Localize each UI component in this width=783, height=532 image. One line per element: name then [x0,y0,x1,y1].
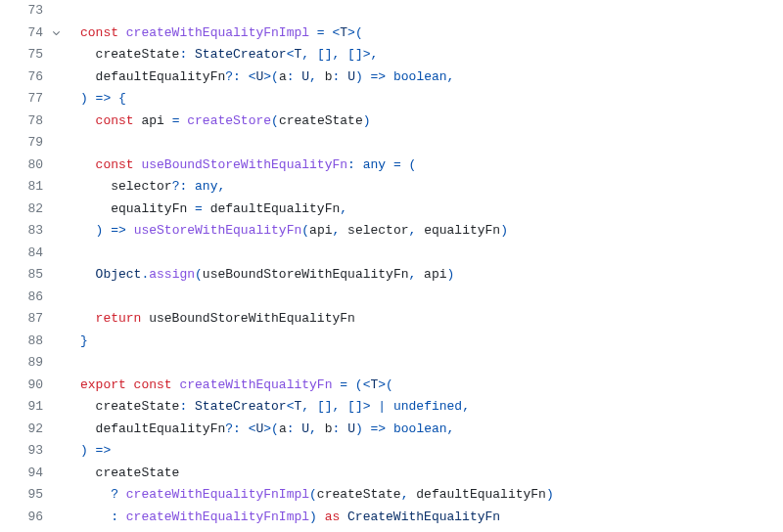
code-line[interactable]: 94 createState [0,463,783,485]
token-op: ?: < [225,421,255,436]
token-fn: assign [149,267,195,282]
token-op: = [164,113,187,128]
token-id: createState [279,113,363,128]
code-line[interactable]: 78 const api = createStore(createState) [0,111,783,133]
token-kw: export [80,377,134,392]
gutter: 86 [0,287,70,309]
code-content[interactable]: export const createWithEqualityFn = (<T>… [70,375,393,397]
token-id: api [424,267,446,282]
gutter: 87 [0,308,70,331]
code-content[interactable]: const api = createStore(createState) [70,111,371,133]
code-line[interactable]: 77) => { [0,88,783,111]
code-content[interactable]: ) => [70,440,111,463]
line-number: 74 [20,22,43,45]
token-id [80,201,111,216]
token-op: ) [546,487,554,502]
token-op: ?: [172,179,195,194]
gutter: 77 [0,88,70,111]
token-id [80,466,96,480]
code-line[interactable]: 84 [0,243,783,265]
token-id [80,311,96,326]
gutter: 91 [0,396,70,419]
token-op: : [287,421,302,436]
code-content[interactable]: defaultEqualityFn?: <U>(a: U, b: U) => b… [70,66,454,89]
code-editor[interactable]: 7374const createWithEqualityFnImpl = <T>… [0,0,783,528]
token-id: createState [96,466,180,480]
token-id [80,179,111,194]
token-op: ) [355,69,371,84]
code-line[interactable]: 73 [0,0,783,22]
token-id: equalityFn [424,223,500,238]
code-line[interactable]: 82 equalityFn = defaultEqualityFn, [0,199,783,221]
code-content[interactable]: ) => { [70,88,126,111]
token-op: , [309,69,325,84]
token-id [80,267,96,282]
code-line[interactable]: 93) => [0,440,783,463]
code-content[interactable]: return useBoundStoreWithEqualityFn [70,308,355,331]
code-content[interactable]: : createWithEqualityFnImpl) as CreateWit… [70,507,500,529]
code-content[interactable]: Object.assign(useBoundStoreWithEqualityF… [70,264,454,287]
code-line[interactable]: 88} [0,331,783,353]
token-kw: const [96,157,142,172]
code-line[interactable]: 83 ) => useStoreWithEqualityFn(api, sele… [0,220,783,243]
line-number: 86 [20,287,43,309]
code-content[interactable]: const useBoundStoreWithEqualityFn: any =… [70,155,416,177]
code-line[interactable]: 81 selector?: any, [0,176,783,199]
code-line[interactable]: 87 return useBoundStoreWithEqualityFn [0,308,783,331]
code-line[interactable]: 80 const useBoundStoreWithEqualityFn: an… [0,155,783,177]
token-op: ) [309,510,325,524]
token-type: T [340,25,347,40]
token-str: any [195,179,217,194]
token-id: equalityFn [111,201,187,216]
token-id [80,47,96,62]
code-line[interactable]: 85 Object.assign(useBoundStoreWithEquali… [0,264,783,287]
line-number: 84 [20,243,43,265]
line-number: 79 [20,132,43,155]
token-op: : [333,69,348,84]
code-content[interactable]: } [70,331,88,353]
code-line[interactable]: 74const createWithEqualityFnImpl = <T>( [0,22,783,45]
code-line[interactable]: 79 [0,132,783,155]
code-content[interactable]: equalityFn = defaultEqualityFn, [70,199,347,221]
code-line[interactable]: 86 [0,287,783,309]
code-content[interactable]: ? createWithEqualityFnImpl(createState, … [70,484,554,507]
token-op: , [462,399,470,414]
token-op: , [217,179,225,194]
token-op: ) [80,91,96,106]
code-line[interactable]: 95 ? createWithEqualityFnImpl(createStat… [0,484,783,507]
code-content[interactable]: defaultEqualityFn?: <U>(a: U, b: U) => b… [70,419,454,441]
fold-toggle-icon[interactable] [49,27,63,38]
code-content[interactable]: ) => useStoreWithEqualityFn(api, selecto… [70,220,508,243]
token-fn: useBoundStoreWithEqualityFn [141,157,347,172]
token-op: , [447,421,455,436]
code-content[interactable]: createState [70,463,179,485]
token-kw: as [325,510,347,524]
code-line[interactable]: 90export const createWithEqualityFn = (<… [0,375,783,397]
token-id: defaultEqualityFn [96,69,226,84]
code-content[interactable]: createState: StateCreator<T, [], []> | u… [70,396,470,419]
line-number: 94 [20,463,43,485]
line-number: 87 [20,308,43,331]
token-op: ( [309,487,317,502]
code-line[interactable]: 96 : createWithEqualityFnImpl) as Create… [0,507,783,529]
token-kw: const [134,377,180,392]
code-line[interactable]: 76 defaultEqualityFn?: <U>(a: U, b: U) =… [0,66,783,89]
token-id: useBoundStoreWithEqualityFn [203,267,409,282]
token-op: , [409,223,425,238]
line-number: 90 [20,375,43,397]
token-kw: const [80,25,126,40]
token-op: : [80,510,126,524]
code-line[interactable]: 75 createState: StateCreator<T, [], []>, [0,44,783,66]
code-content[interactable]: createState: StateCreator<T, [], []>, [70,44,378,66]
line-number: 92 [20,419,43,441]
code-content[interactable]: const createWithEqualityFnImpl = <T>( [70,22,363,45]
code-line[interactable]: 91 createState: StateCreator<T, [], []> … [0,396,783,419]
token-id: a [279,421,287,436]
code-line[interactable]: 89 [0,352,783,375]
code-line[interactable]: 92 defaultEqualityFn?: <U>(a: U, b: U) =… [0,419,783,441]
token-id: b [325,421,333,436]
token-op: => [96,443,112,458]
code-content[interactable]: selector?: any, [70,176,225,199]
line-number: 78 [20,111,43,133]
token-fn: createWithEqualityFn [179,377,332,392]
